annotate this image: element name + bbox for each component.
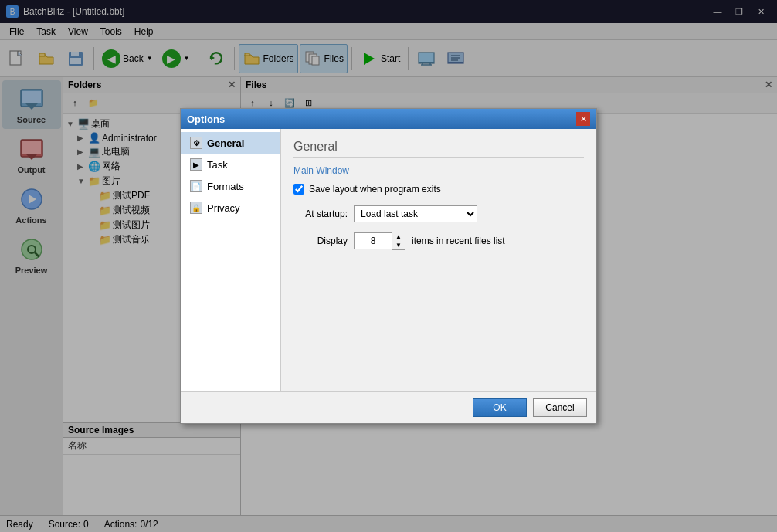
main-window-label: Main Window bbox=[293, 165, 349, 176]
nav-general[interactable]: ⚙ General bbox=[181, 132, 280, 154]
startup-select[interactable]: Load last task Start fresh Show dialog bbox=[354, 205, 477, 222]
nav-privacy[interactable]: 🔒 Privacy bbox=[181, 197, 280, 219]
display-input[interactable] bbox=[354, 232, 392, 249]
nav-general-label: General bbox=[207, 137, 244, 149]
general-nav-icon: ⚙ bbox=[190, 137, 202, 149]
options-footer: OK Cancel bbox=[181, 391, 596, 423]
options-title-bar: Options ✕ bbox=[181, 109, 596, 129]
nav-task-label: Task bbox=[207, 159, 228, 171]
display-suffix: items in recent files list bbox=[412, 236, 505, 246]
task-nav-icon: ▶ bbox=[190, 158, 202, 171]
nav-formats[interactable]: 📄 Formats bbox=[181, 175, 280, 197]
modal-overlay: Options ✕ ⚙ General ▶ Task 📄 Formats bbox=[0, 0, 777, 532]
options-close-button[interactable]: ✕ bbox=[576, 112, 590, 126]
startup-label: At startup: bbox=[293, 208, 348, 219]
options-body: ⚙ General ▶ Task 📄 Formats 🔒 Privacy bbox=[181, 129, 596, 391]
display-row: Display ▲ ▼ items in recent files list bbox=[293, 232, 584, 250]
cancel-button[interactable]: Cancel bbox=[533, 398, 587, 417]
nav-task[interactable]: ▶ Task bbox=[181, 154, 280, 175]
spinner-buttons: ▲ ▼ bbox=[392, 232, 405, 250]
options-content: General Main Window Save layout when pro… bbox=[281, 129, 596, 391]
spinner-down[interactable]: ▼ bbox=[392, 241, 405, 249]
options-section-title: General bbox=[293, 140, 584, 158]
save-layout-row: Save layout when program exits bbox=[293, 184, 584, 195]
display-label: Display bbox=[293, 236, 348, 246]
save-layout-checkbox[interactable] bbox=[293, 184, 304, 195]
display-spinner: ▲ ▼ bbox=[354, 232, 405, 250]
options-nav: ⚙ General ▶ Task 📄 Formats 🔒 Privacy bbox=[181, 129, 281, 391]
nav-privacy-label: Privacy bbox=[207, 202, 240, 214]
privacy-nav-icon: 🔒 bbox=[190, 202, 202, 214]
ok-button[interactable]: OK bbox=[473, 398, 527, 417]
main-window-group: Main Window bbox=[293, 165, 584, 176]
nav-formats-label: Formats bbox=[207, 181, 244, 192]
spinner-up[interactable]: ▲ bbox=[392, 232, 405, 241]
formats-nav-icon: 📄 bbox=[190, 180, 202, 192]
startup-row: At startup: Load last task Start fresh S… bbox=[293, 205, 584, 222]
save-layout-label: Save layout when program exits bbox=[309, 184, 441, 195]
options-dialog: Options ✕ ⚙ General ▶ Task 📄 Formats bbox=[180, 108, 597, 424]
options-title: Options bbox=[187, 114, 225, 125]
